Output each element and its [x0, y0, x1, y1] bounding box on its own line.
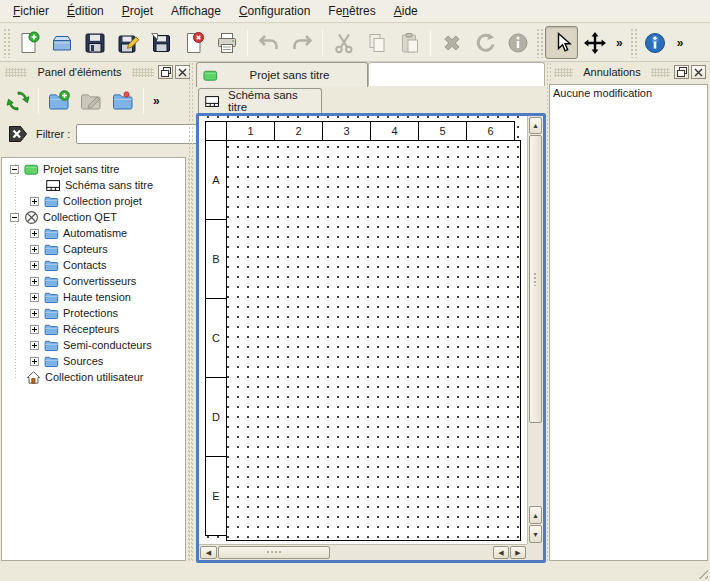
new-document-button[interactable] — [12, 26, 45, 59]
expand-icon[interactable] — [30, 341, 39, 350]
move-cross-icon — [583, 31, 607, 55]
object-info-button — [501, 26, 534, 59]
menu-edition[interactable]: Édition — [58, 1, 113, 21]
expand-icon[interactable] — [30, 357, 39, 366]
menu-configuration[interactable]: Configuration — [230, 1, 319, 21]
horizontal-scrollbar[interactable]: ◀ ◀ ▶ — [199, 544, 527, 560]
diagram-border-frame: 123456 ABCDE — [205, 121, 515, 536]
tree-item-projet-sans-titre[interactable]: Projet sans titre — [2, 161, 185, 177]
close-document-button[interactable] — [177, 26, 210, 59]
resize-grip[interactable] — [695, 566, 708, 579]
print-button[interactable] — [210, 26, 243, 59]
toolbar-handle[interactable] — [536, 28, 543, 58]
toolbar-handle[interactable] — [3, 28, 10, 58]
delete-category-button[interactable] — [107, 85, 139, 117]
vertical-scroll-thumb[interactable] — [529, 135, 542, 423]
diagram-canvas[interactable]: 123456 ABCDE — [199, 116, 527, 544]
toolbar-handle[interactable] — [630, 28, 637, 58]
tree-item-label: Contacts — [59, 259, 110, 271]
expand-icon[interactable] — [30, 293, 39, 302]
tree-item-haute-tension[interactable]: Haute tension — [2, 289, 185, 305]
tree-item-semi-conducteurs[interactable]: Semi-conducteurs — [2, 337, 185, 353]
folder-icon — [44, 226, 59, 241]
tree-item-automatisme[interactable]: Automatisme — [2, 225, 185, 241]
left-splitter[interactable] — [188, 62, 194, 563]
tree-item-label: Récepteurs — [59, 323, 123, 335]
dock-close-button[interactable] — [691, 65, 706, 79]
delete-button — [435, 26, 468, 59]
column-header-1: 1 — [226, 121, 275, 141]
reload-collections-button[interactable] — [2, 85, 34, 117]
tree-item-convertisseurs[interactable]: Convertisseurs — [2, 273, 185, 289]
print-icon — [215, 31, 239, 55]
tree-item-recepteurs[interactable]: Récepteurs — [2, 321, 185, 337]
dock-float-button[interactable] — [674, 65, 689, 79]
save-as-icon — [116, 31, 140, 55]
tree-item-sources[interactable]: Sources — [2, 353, 185, 369]
menu-bar: FichierÉditionProjetAffichageConfigurati… — [0, 0, 710, 23]
scroll-right-button[interactable]: ▶ — [510, 546, 526, 559]
tree-item-schema-sans-titre[interactable]: Schéma sans titre — [2, 177, 185, 193]
tab-project[interactable]: Projet sans titre — [196, 62, 368, 87]
undo-dock-titlebar[interactable]: Annulations — [549, 62, 709, 82]
document-new-icon — [17, 31, 41, 55]
elements-panel-titlebar[interactable]: Panel d'éléments — [0, 62, 193, 82]
vertical-scrollbar[interactable]: ▲ ▲ ▼ — [527, 116, 543, 544]
expand-icon[interactable] — [30, 261, 39, 270]
close-icon — [178, 68, 187, 77]
undo-dock-title: Annulations — [575, 66, 649, 78]
save-as-button[interactable] — [111, 26, 144, 59]
menu-fichier[interactable]: Fichier — [4, 1, 58, 21]
scroll-up-button[interactable]: ▲ — [529, 117, 542, 134]
toolbar-overflow-button[interactable]: » — [672, 36, 689, 50]
menu-aide[interactable]: Aide — [385, 1, 427, 21]
collapse-icon[interactable] — [10, 165, 19, 174]
open-document-button[interactable] — [45, 26, 78, 59]
tree-item-contacts[interactable]: Contacts — [2, 257, 185, 273]
new-category-button[interactable] — [43, 85, 75, 117]
scroll-left-button[interactable]: ◀ — [200, 546, 217, 559]
scroll-left-button-2[interactable]: ◀ — [493, 546, 509, 559]
tree-item-label: Protections — [59, 307, 122, 319]
menu-affichage[interactable]: Affichage — [162, 1, 230, 21]
tree-item-collection-utilisateur[interactable]: Collection utilisateur — [2, 369, 185, 385]
expand-icon[interactable] — [30, 229, 39, 238]
tree-item-capteurs[interactable]: Capteurs — [2, 241, 185, 257]
save-button[interactable] — [78, 26, 111, 59]
expand-icon[interactable] — [30, 277, 39, 286]
elements-panel-toolbar: » — [0, 82, 193, 120]
undo-item[interactable]: Aucune modification — [550, 85, 707, 101]
rotate-button — [468, 26, 501, 59]
toolbar-overflow-button[interactable]: » — [148, 94, 165, 108]
about-button[interactable] — [639, 26, 672, 59]
scroll-up-button-2[interactable]: ▲ — [529, 506, 542, 524]
pan-mode-button[interactable] — [578, 26, 611, 59]
expand-icon[interactable] — [30, 245, 39, 254]
menu-projet[interactable]: Projet — [113, 1, 162, 21]
expand-icon[interactable] — [30, 309, 39, 318]
diagram-view[interactable]: 123456 ABCDE ▲ ▲ ▼ ◀ ◀ ▶ — [196, 113, 546, 563]
expand-icon[interactable] — [30, 197, 39, 206]
undo-history-list[interactable]: Aucune modification — [549, 84, 708, 561]
horizontal-scroll-thumb[interactable] — [218, 546, 330, 559]
selection-mode-button[interactable] — [545, 26, 578, 59]
row-header-d: D — [205, 377, 227, 457]
expand-icon[interactable] — [30, 325, 39, 334]
menu-fenetres[interactable]: Fenêtres — [319, 1, 384, 21]
tree-item-label: Haute tension — [59, 291, 135, 303]
tree-item-label: Collection projet — [59, 195, 146, 207]
collapse-icon[interactable] — [10, 213, 19, 222]
close-icon — [694, 68, 703, 77]
tree-item-collection-projet[interactable]: Collection projet — [2, 193, 185, 209]
frame-corner-cell — [205, 121, 227, 141]
save-all-button[interactable] — [144, 26, 177, 59]
scroll-down-button[interactable]: ▼ — [529, 525, 542, 543]
tree-item-collection-qet[interactable]: Collection QET — [2, 209, 185, 225]
toolbar-overflow-button[interactable]: » — [611, 36, 628, 50]
folder-edit-icon — [79, 89, 103, 113]
tree-item-protections[interactable]: Protections — [2, 305, 185, 321]
dock-float-button[interactable] — [158, 65, 173, 79]
restore-icon — [677, 67, 687, 77]
tab-schema[interactable]: Schéma sans titre — [198, 88, 322, 113]
clear-filter-button[interactable] — [6, 124, 30, 144]
